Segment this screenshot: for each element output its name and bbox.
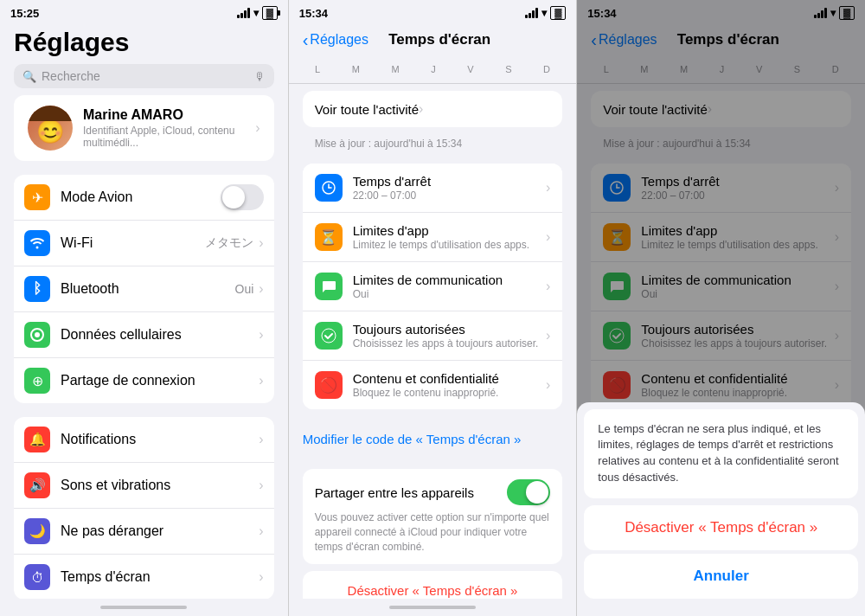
see-all-label-2: Voir toute l'activité xyxy=(315,102,419,117)
toujours-auto-chevron-2: › xyxy=(546,328,550,343)
notifications-chevron: › xyxy=(259,432,263,447)
status-icons-2: ▾ ▓ xyxy=(525,6,566,20)
battery-icon-2: ▓ xyxy=(550,6,566,20)
user-name: Marine AMARO xyxy=(83,107,255,123)
ne-pas-deranger-label: Ne pas déranger xyxy=(61,523,259,539)
signal-icon xyxy=(237,8,250,18)
user-info: Marine AMARO Identifiant Apple, iCloud, … xyxy=(83,107,255,149)
mode-avion-icon: ✈ xyxy=(24,184,50,210)
settings-item-donnees[interactable]: Données cellulaires › xyxy=(14,312,274,358)
partage-chevron: › xyxy=(259,373,263,388)
action-sheet: Le temps d'écran ne sera plus indiqué, e… xyxy=(577,402,865,616)
home-indicator-1 xyxy=(0,599,288,616)
bluetooth-chevron: › xyxy=(259,281,263,297)
toujours-auto-title-2: Toujours autorisées xyxy=(353,322,546,337)
see-all-row-2[interactable]: Voir toute l'activité › xyxy=(303,91,563,127)
donnees-label: Données cellulaires xyxy=(61,327,259,343)
settings-item-temps-ecran[interactable]: ⏱ Temps d'écran › xyxy=(14,555,274,599)
share-header-2: Partager entre les appareils xyxy=(315,479,551,505)
see-all-chevron-2: › xyxy=(419,101,423,117)
donnees-chevron: › xyxy=(259,327,263,343)
limites-app-row-2[interactable]: ⏳ Limites d'app Limitez le temps d'utili… xyxy=(303,213,563,262)
day-M2-2[interactable]: M xyxy=(388,62,402,76)
wifi-value: メタモン xyxy=(205,235,253,251)
temps-arret-row-2[interactable]: Temps d'arrêt 22:00 – 07:00 › xyxy=(303,164,563,213)
mode-avion-label: Mode Avion xyxy=(61,189,221,205)
svg-point-5 xyxy=(322,329,336,343)
settings-item-ne-pas-deranger[interactable]: 🌙 Ne pas déranger › xyxy=(14,509,274,555)
disable-btn-2[interactable]: Désactiver « Temps d'écran » xyxy=(303,571,563,599)
bluetooth-icon: ᛒ xyxy=(24,276,50,302)
notifications-label: Notifications xyxy=(61,432,259,447)
day-M1-2[interactable]: M xyxy=(349,62,363,76)
mode-avion-toggle[interactable] xyxy=(221,184,264,210)
status-bar-1: 15:25 ▾ ▓ xyxy=(0,0,288,24)
settings-item-partage[interactable]: ⊕ Partage de connexion › xyxy=(14,358,274,403)
temps-ecran-label: Temps d'écran xyxy=(61,569,259,585)
toujours-auto-sub-2: Choisissez les apps à toujours autoriser… xyxy=(353,337,546,350)
share-sub-2: Vous pouvez activer cette option sur n'i… xyxy=(315,510,551,554)
settings-item-mode-avion[interactable]: ✈ Mode Avion xyxy=(14,175,274,221)
settings-group-network: ✈ Mode Avion Wi-Fi メタモン › ᛒ xyxy=(14,175,274,403)
limites-app-text-2: Limites d'app Limitez le temps d'utilisa… xyxy=(353,223,546,251)
settings-item-notifications[interactable]: 🔔 Notifications › xyxy=(14,417,274,463)
time-2: 15:34 xyxy=(299,7,328,20)
st-items-group-2: Temps d'arrêt 22:00 – 07:00 › ⏳ Limites … xyxy=(303,164,563,409)
donnees-icon xyxy=(24,322,50,348)
bluetooth-value: Oui xyxy=(235,282,254,296)
contenu-conf-chevron-2: › xyxy=(546,377,550,393)
temps-ecran-icon: ⏱ xyxy=(24,564,50,590)
panel-reglages: 15:25 ▾ ▓ Réglages 🔍 Recherche 🎙 xyxy=(0,0,288,616)
mic-icon: 🎙 xyxy=(254,70,266,83)
search-placeholder: Recherche xyxy=(42,69,249,83)
home-indicator-2 xyxy=(289,599,577,616)
user-profile[interactable]: 😊 Marine AMARO Identifiant Apple, iCloud… xyxy=(14,95,274,161)
limites-comm-icon-2 xyxy=(315,273,343,300)
nav-back-2[interactable]: ‹ Réglages xyxy=(303,30,368,50)
day-V-2[interactable]: V xyxy=(464,62,477,76)
contenu-conf-row-2[interactable]: 🚫 Contenu et confidentialité Bloquez le … xyxy=(303,361,563,409)
search-bar[interactable]: 🔍 Recherche 🎙 xyxy=(14,64,274,88)
status-icons-1: ▾ ▓ xyxy=(237,6,278,20)
day-J-2[interactable]: J xyxy=(427,62,439,76)
share-toggle-2[interactable] xyxy=(507,479,550,505)
limites-comm-title-2: Limites de communication xyxy=(353,273,546,287)
settings-scroll: ✈ Mode Avion Wi-Fi メタモン › ᛒ xyxy=(0,175,288,599)
st-content-2: Voir toute l'activité › Mise à jour : au… xyxy=(289,84,577,599)
temps-arret-sub-2: 22:00 – 07:00 xyxy=(353,189,546,202)
see-all-group-2: Voir toute l'activité › xyxy=(303,91,563,127)
limites-app-chevron-2: › xyxy=(546,229,550,245)
svg-point-1 xyxy=(35,332,40,337)
limites-app-icon-2: ⏳ xyxy=(315,223,343,251)
settings-item-bluetooth[interactable]: ᛒ Bluetooth Oui › xyxy=(14,266,274,312)
limites-comm-sub-2: Oui xyxy=(353,288,546,300)
limites-app-sub-2: Limitez le temps d'utilisation des apps. xyxy=(353,239,546,251)
settings-item-wifi[interactable]: Wi-Fi メタモン › xyxy=(14,221,274,266)
change-code-link-2[interactable]: Modifier le code de « Temps d'écran » xyxy=(303,420,563,459)
day-selector-2: L M M J V S D xyxy=(289,59,577,84)
wifi-chevron: › xyxy=(259,235,263,251)
contenu-conf-sub-2: Bloquez le contenu inapproprié. xyxy=(353,387,546,399)
day-L-2[interactable]: L xyxy=(311,62,324,76)
limites-comm-chevron-2: › xyxy=(546,279,550,294)
sons-chevron: › xyxy=(259,478,263,493)
temps-arret-chevron-2: › xyxy=(546,180,550,196)
sons-icon: 🔊 xyxy=(24,472,50,498)
temps-arret-icon-2 xyxy=(315,174,343,202)
bluetooth-label: Bluetooth xyxy=(61,281,235,297)
contenu-conf-title-2: Contenu et confidentialité xyxy=(353,371,546,386)
settings-item-sons[interactable]: 🔊 Sons et vibrations › xyxy=(14,463,274,509)
panel1-header: Réglages 🔍 Recherche 🎙 😊 Marine AMARO Id… xyxy=(0,24,288,175)
limites-comm-row-2[interactable]: Limites de communication Oui › xyxy=(303,262,563,311)
disable-confirm-button[interactable]: Désactiver « Temps d'écran » xyxy=(584,505,858,550)
toujours-auto-row-2[interactable]: Toujours autorisées Choisissez les apps … xyxy=(303,311,563,361)
wifi-icon: ▾ xyxy=(253,7,259,19)
day-D-2[interactable]: D xyxy=(540,62,554,76)
day-S-2[interactable]: S xyxy=(502,62,515,76)
partage-label: Partage de connexion xyxy=(61,373,259,388)
nav-title-2: Temps d'écran xyxy=(368,31,510,48)
nav-bar-2: ‹ Réglages Temps d'écran xyxy=(289,24,577,59)
cancel-button[interactable]: Annuler xyxy=(584,554,858,599)
update-text-2: Mise à jour : aujourd'hui à 15:34 xyxy=(303,134,563,157)
action-sheet-overlay: Le temps d'écran ne sera plus indiqué, e… xyxy=(577,0,865,616)
